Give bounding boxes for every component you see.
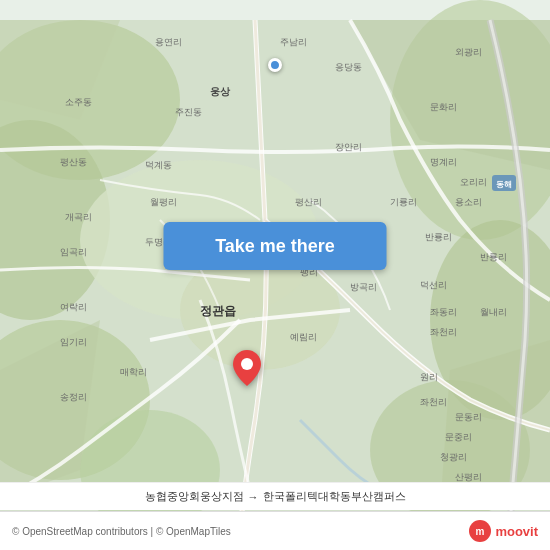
route-arrow-icon: → [248,491,259,503]
map-container: 용연리 주남리 응당동 외광리 소주동 주진동 웅상 문화리 평산동 덕계동 명… [0,0,550,550]
svg-text:월내리: 월내리 [480,307,507,317]
start-location-dot [268,58,282,72]
svg-text:산평리: 산평리 [455,472,482,482]
svg-text:용연리: 용연리 [155,37,182,47]
svg-text:문화리: 문화리 [430,102,457,112]
moovit-logo-icon: m [469,520,491,542]
svg-text:예림리: 예림리 [290,332,317,342]
end-place-label: 한국폴리텍대학동부산캠퍼스 [263,489,406,504]
svg-text:방곡리: 방곡리 [350,282,377,292]
svg-text:원리: 원리 [420,372,438,382]
svg-text:매학리: 매학리 [120,367,147,377]
svg-text:여락리: 여락리 [60,302,87,312]
svg-text:오리리: 오리리 [460,177,487,187]
svg-text:소주동: 소주동 [65,97,92,107]
svg-text:용소리: 용소리 [455,197,482,207]
route-info-bar: 농협중앙회웅상지점 → 한국폴리텍대학동부산캠퍼스 [0,482,550,510]
moovit-logo: m moovit [469,520,538,542]
svg-text:평산리: 평산리 [295,197,322,207]
map-attribution: © OpenStreetMap contributors | © OpenMap… [12,526,231,537]
svg-text:외광리: 외광리 [455,47,482,57]
svg-text:m: m [476,526,485,537]
attribution-section: © OpenStreetMap contributors | © OpenMap… [12,526,231,537]
svg-text:반룡리: 반룡리 [425,232,452,242]
svg-text:개곡리: 개곡리 [65,212,92,222]
svg-text:좌천리: 좌천리 [430,327,457,337]
svg-text:임곡리: 임곡리 [60,247,87,257]
svg-text:임기리: 임기리 [60,337,87,347]
take-me-there-button[interactable]: Take me there [164,222,387,270]
svg-text:청광리: 청광리 [440,452,467,462]
svg-text:명계리: 명계리 [430,157,457,167]
svg-text:웅상: 웅상 [210,86,231,97]
svg-text:덕계동: 덕계동 [145,160,172,170]
moovit-brand-text: moovit [495,524,538,539]
svg-text:반룡리: 반룡리 [480,252,507,262]
svg-text:주진동: 주진동 [175,107,202,117]
svg-text:문동리: 문동리 [455,412,482,422]
svg-point-56 [241,358,253,370]
svg-text:주남리: 주남리 [280,37,307,47]
svg-text:송정리: 송정리 [60,392,87,402]
svg-text:동해: 동해 [496,180,512,189]
svg-text:정관읍: 정관읍 [200,304,236,318]
start-place-label: 농협중앙회웅상지점 [145,489,244,504]
bottom-bar: © OpenStreetMap contributors | © OpenMap… [0,511,550,550]
svg-text:기룡리: 기룡리 [390,197,417,207]
svg-text:좌동리: 좌동리 [430,307,457,317]
destination-marker [233,350,261,390]
map-background: 용연리 주남리 응당동 외광리 소주동 주진동 웅상 문화리 평산동 덕계동 명… [0,0,550,550]
svg-text:문중리: 문중리 [445,432,472,442]
svg-text:월평리: 월평리 [150,197,177,207]
svg-text:평산동: 평산동 [60,157,87,167]
svg-text:덕선리: 덕선리 [420,280,447,290]
svg-text:좌천리: 좌천리 [420,397,447,407]
svg-text:응당동: 응당동 [335,62,362,72]
svg-text:장안리: 장안리 [335,142,362,152]
